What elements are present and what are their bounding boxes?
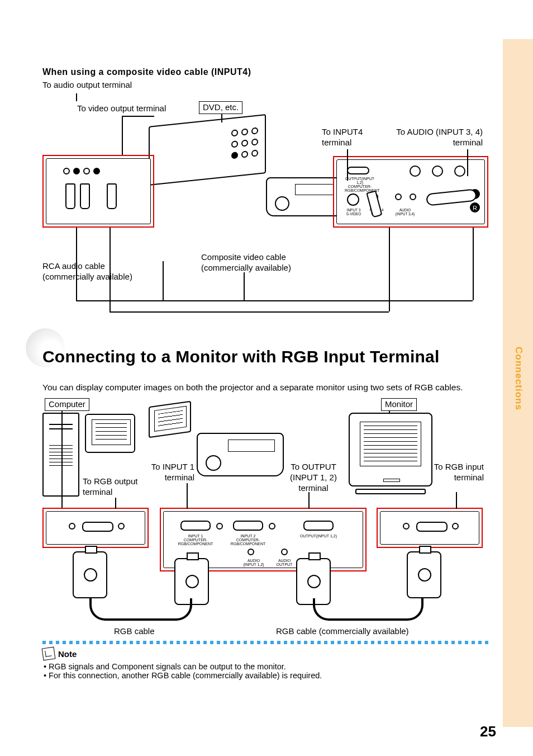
vga-plug-4 [407, 551, 441, 598]
projector-panel-1: OUTPUT(INPUT 1,2) COMPUTER-RGB/COMPONENT… [336, 159, 485, 224]
page-number: 25 [480, 723, 496, 740]
port-audio-output-2: OUTPUT [277, 563, 293, 566]
source-panel [46, 158, 151, 224]
computer-port-panel [46, 511, 145, 545]
port-svideo-1: INPUT 3 [347, 208, 361, 212]
port-crgb-1: COMPUTER-RGB/COMPONENT [178, 538, 213, 546]
monitor-port-panel [380, 511, 479, 545]
computer-tower [42, 413, 79, 497]
port-input1: INPUT 1 [188, 534, 203, 538]
note-item-2: For this connection, another RGB cable (… [44, 671, 489, 680]
label-to-audio-input34: To AUDIO (INPUT 3, 4) terminal [393, 127, 483, 148]
port-audio-output-1: AUDIO [278, 559, 291, 563]
monitor-stand [355, 489, 426, 494]
note-title: Note [58, 649, 77, 659]
port-audio34-2: (INPUT 3,4) [396, 212, 415, 216]
note-divider [42, 641, 489, 644]
port-output12: OUTPUT(INPUT 1,2) [300, 534, 337, 538]
port-output-input12: OUTPUT(INPUT 1,2) [345, 177, 374, 185]
dvd-player [149, 114, 266, 186]
secondary-screen-1 [149, 401, 191, 438]
projector [266, 177, 344, 216]
vga-plug-1 [73, 551, 107, 598]
section2-intro: You can display computer images on both … [42, 382, 489, 394]
label-rca-audio-cable: RCA audio cable (commercially available) [42, 261, 154, 282]
note-icon [42, 647, 56, 661]
port-audio12-1: AUDIO [248, 559, 260, 563]
label-to-rgb-input: To RGB input terminal [434, 462, 484, 483]
port-audio34-1: AUDIO [399, 208, 411, 212]
port-input2: INPUT 2 [241, 534, 256, 538]
label-rgb-cable: RGB cable [114, 626, 155, 637]
label-to-audio-output: To audio output terminal [42, 79, 489, 91]
label-to-input4: To INPUT4 terminal [322, 127, 383, 148]
port-r-icon: R [470, 202, 480, 212]
diagram-composite-video: To video output terminal DVD, etc. To IN… [42, 93, 489, 328]
diagram-rgb-monitor: Computer Monitor To RGB output terminal … [42, 398, 501, 639]
section1-heading: When using a composite video cable (INPU… [42, 66, 489, 78]
note-item-1: RGB signals and Component signals can be… [44, 662, 489, 671]
port-crgb-2: COMPUTER-RGB/COMPONENT [231, 538, 266, 546]
label-to-input1: To INPUT 1 terminal [139, 462, 194, 483]
projector-2 [197, 433, 284, 476]
label-dvd: DVD, etc. [199, 101, 242, 114]
external-monitor [349, 413, 432, 486]
label-composite-cable: Composite video cable (commercially avai… [201, 252, 318, 273]
label-monitor: Monitor [381, 398, 417, 411]
label-computer: Computer [45, 398, 89, 411]
port-audio12-2: (INPUT 1,2) [243, 563, 264, 566]
label-rgb-cable-com: RGB cable (commercially available) [276, 626, 409, 637]
port-svideo-2: S-VIDEO [346, 212, 361, 216]
side-tab-label: Connections [513, 347, 524, 410]
computer-monitor [85, 414, 135, 453]
note-list: RGB signals and Component signals can be… [42, 662, 489, 680]
label-to-video-output: To video output terminal [77, 103, 166, 114]
section2-heading: Connecting to a Monitor with RGB Input T… [42, 347, 489, 366]
label-to-output12: To OUTPUT (INPUT 1, 2) terminal [283, 462, 344, 493]
